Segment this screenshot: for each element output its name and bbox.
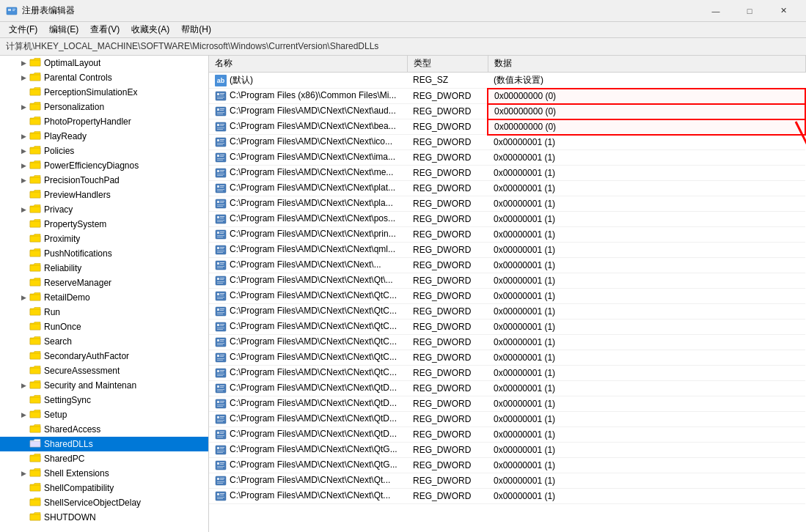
tree-item[interactable]: Policies [0, 144, 208, 158]
tree-item[interactable]: PhotoPropertyHandler [0, 114, 208, 129]
table-row[interactable]: C:\Program Files\AMD\CNext\CNext\QtC...R… [209, 350, 805, 366]
tree-expand-icon[interactable] [18, 57, 29, 69]
tree-expand-icon[interactable] [18, 130, 29, 142]
tree-item[interactable]: Reliability [0, 261, 208, 276]
menu-favorites[interactable]: 收藏夹(A) [125, 22, 175, 37]
cell-data: 0x00000001 (1) [488, 181, 805, 196]
tree-expand-icon[interactable] [18, 409, 29, 421]
table-row[interactable]: C:\Program Files\AMD\CNext\CNext\...REG_… [209, 258, 805, 273]
table-row[interactable]: C:\Program Files\AMD\CNext\CNext\Qt\...R… [209, 273, 805, 289]
cell-data: (数值未设置) [488, 72, 805, 89]
table-row[interactable]: C:\Program Files\AMD\CNext\CNext\QtG...R… [209, 443, 805, 458]
minimize-button[interactable]: — [699, 0, 733, 22]
tree-expand-icon[interactable] [18, 174, 29, 186]
right-panel[interactable]: 名称 类型 数据 ab(默认)REG_SZ(数值未设置) C:\Program … [209, 56, 806, 532]
cell-name: C:\Program Files\AMD\CNext\CNext\pos... [209, 212, 407, 227]
svg-rect-68 [217, 251, 224, 251]
tree-expand-icon[interactable] [18, 72, 29, 84]
table-row[interactable]: C:\Program Files\AMD\CNext\CNext\me...RE… [209, 166, 805, 181]
table-row[interactable]: C:\Program Files\AMD\CNext\CNext\ima...R… [209, 150, 805, 166]
tree-item[interactable]: ShellServiceObjectDelay [0, 495, 208, 510]
tree-panel[interactable]: OptimalLayout Parental Controls Percepti… [0, 56, 209, 532]
folder-icon [29, 409, 41, 421]
table-row[interactable]: C:\Program Files (x86)\Common Files\Mi..… [209, 89, 805, 104]
tree-expand-icon[interactable] [18, 101, 29, 113]
tree-expand-icon[interactable] [18, 380, 29, 391]
table-row[interactable]: C:\Program Files\AMD\CNext\CNext\QtC...R… [209, 366, 805, 381]
tree-item[interactable]: Search [0, 334, 208, 349]
tree-expand-icon[interactable] [18, 292, 29, 303]
table-row[interactable]: C:\Program Files\AMD\CNext\CNext\qml...R… [209, 243, 805, 258]
svg-rect-106 [216, 353, 226, 362]
tree-item[interactable]: Run [0, 305, 208, 319]
menu-view[interactable]: 查看(V) [84, 22, 125, 37]
maximize-button[interactable]: □ [733, 0, 766, 22]
table-row[interactable]: C:\Program Files\AMD\CNext\CNext\pos...R… [209, 212, 805, 227]
tree-item[interactable]: Parental Controls [0, 70, 208, 85]
table-row[interactable]: C:\Program Files\AMD\CNext\CNext\bea...R… [209, 119, 805, 135]
menu-file[interactable]: 文件(F) [3, 22, 43, 37]
tree-item[interactable]: Privacy [0, 202, 208, 217]
svg-rect-4 [216, 92, 226, 100]
tree-item[interactable]: Proximity [0, 232, 208, 246]
tree-item[interactable]: SHUTDOWN [0, 510, 208, 525]
tree-item[interactable]: ReserveManager [0, 276, 208, 290]
svg-rect-43 [220, 187, 224, 188]
tree-item[interactable]: PlayReady [0, 129, 208, 144]
table-row[interactable]: C:\Program Files\AMD\CNext\CNext\QtC...R… [209, 335, 805, 350]
table-row[interactable]: C:\Program Files\AMD\CNext\CNext\QtC...R… [209, 289, 805, 304]
tree-item[interactable]: PreviewHandlers [0, 188, 208, 202]
tree-item[interactable]: PrecisionTouchPad [0, 173, 208, 188]
col-header-name[interactable]: 名称 [209, 56, 407, 72]
svg-rect-146 [217, 451, 224, 451]
table-row[interactable]: C:\Program Files\AMD\CNext\CNext\plat...… [209, 181, 805, 196]
tree-expand-icon [18, 248, 29, 259]
tree-item[interactable]: PowerEfficiencyDiagnos [0, 158, 208, 173]
tree-item[interactable]: RetailDemo [0, 290, 208, 305]
table-row[interactable]: ab(默认)REG_SZ(数值未设置) [209, 72, 805, 89]
tree-item[interactable]: Shell Extensions [0, 466, 208, 481]
table-row[interactable]: C:\Program Files\AMD\CNext\CNext\QtG...R… [209, 458, 805, 473]
tree-item-label: Reliability [44, 263, 81, 273]
table-row[interactable]: C:\Program Files\AMD\CNext\CNext\QtC...R… [209, 319, 805, 335]
folder-icon [29, 350, 41, 363]
tree-item[interactable]: SecureAssessment [0, 363, 208, 378]
menu-help[interactable]: 帮助(H) [175, 22, 217, 37]
table-row[interactable]: C:\Program Files\AMD\CNext\CNext\Qt...RE… [209, 489, 805, 504]
svg-rect-59 [217, 232, 219, 234]
menu-edit[interactable]: 编辑(E) [43, 22, 84, 37]
table-row[interactable]: C:\Program Files\AMD\CNext\CNext\QtD...R… [209, 381, 805, 396]
tree-item[interactable]: OptimalLayout [0, 56, 208, 70]
tree-item[interactable]: PushNotifications [0, 246, 208, 261]
tree-item[interactable]: Personalization [0, 100, 208, 114]
tree-expand-icon[interactable] [18, 145, 29, 157]
tree-item[interactable]: PerceptionSimulationEx [0, 85, 208, 100]
table-row[interactable]: C:\Program Files\AMD\CNext\CNext\Qt...RE… [209, 473, 805, 489]
tree-item[interactable]: SharedPC [0, 451, 208, 466]
tree-item[interactable]: RunOnce [0, 319, 208, 334]
tree-item[interactable]: SettingSync [0, 393, 208, 407]
tree-item[interactable]: Security and Maintenan [0, 378, 208, 393]
table-row[interactable]: C:\Program Files\AMD\CNext\CNext\pla...R… [209, 196, 805, 212]
table-row[interactable]: C:\Program Files\AMD\CNext\CNext\QtD...R… [209, 396, 805, 412]
close-button[interactable]: ✕ [766, 0, 800, 22]
table-row[interactable]: C:\Program Files\AMD\CNext\CNext\aud...R… [209, 104, 805, 119]
tree-expand-icon[interactable] [18, 160, 29, 171]
tree-expand-icon[interactable] [18, 204, 29, 215]
table-row[interactable]: C:\Program Files\AMD\CNext\CNext\prin...… [209, 227, 805, 243]
col-header-type[interactable]: 类型 [407, 56, 488, 72]
tree-item[interactable]: ShellCompatibility [0, 481, 208, 495]
col-header-data[interactable]: 数据 [488, 56, 805, 72]
svg-rect-26 [217, 143, 224, 144]
tree-expand-icon[interactable] [18, 468, 29, 479]
table-row[interactable]: C:\Program Files\AMD\CNext\CNext\ico...R… [209, 135, 805, 150]
tree-item[interactable]: SharedAccess [0, 422, 208, 437]
table-row[interactable]: C:\Program Files\AMD\CNext\CNext\QtD...R… [209, 412, 805, 427]
tree-item[interactable]: Setup [0, 407, 208, 422]
table-row[interactable]: C:\Program Files\AMD\CNext\CNext\QtC...R… [209, 304, 805, 319]
cell-type: REG_DWORD [407, 181, 488, 196]
tree-item[interactable]: PropertySystem [0, 217, 208, 232]
tree-item[interactable]: SecondaryAuthFactor [0, 349, 208, 363]
tree-item[interactable]: SharedDLLs [0, 437, 208, 451]
table-row[interactable]: C:\Program Files\AMD\CNext\CNext\QtD...R… [209, 427, 805, 443]
